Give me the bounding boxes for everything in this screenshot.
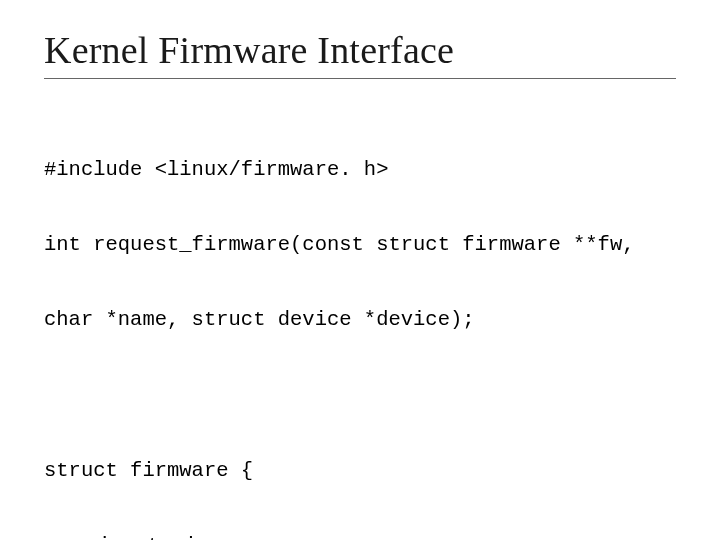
code-line: #include <linux/firmware. h>: [44, 157, 676, 182]
code-line: struct firmware {: [44, 458, 676, 483]
slide: Kernel Firmware Interface #include <linu…: [0, 0, 720, 540]
code-line: char *name, struct device *device);: [44, 307, 676, 332]
code-block-include: #include <linux/firmware. h> int request…: [44, 107, 676, 382]
page-title: Kernel Firmware Interface: [44, 28, 676, 79]
code-line: int request_firmware(const struct firmwa…: [44, 232, 676, 257]
code-line: size_t size;: [44, 533, 676, 540]
code-block-struct: struct firmware { size_t size; u 8 *data…: [44, 408, 676, 540]
